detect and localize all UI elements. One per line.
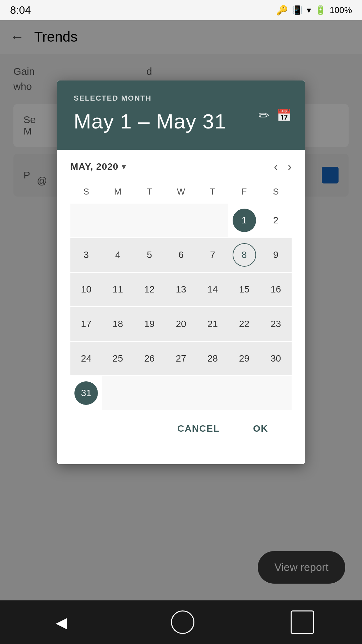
calendar-day-17[interactable]: 17 — [70, 307, 102, 341]
calendar-day-16[interactable]: 16 — [260, 273, 292, 306]
calendar-day-2[interactable]: 2 — [260, 204, 292, 237]
calendar-cell-empty — [102, 376, 133, 410]
day-header-thu: T — [197, 183, 228, 200]
day-header-tue: T — [134, 183, 165, 200]
calendar-day-28[interactable]: 28 — [197, 342, 228, 375]
battery-percent: 100% — [330, 5, 352, 15]
calendar-cell-empty — [228, 376, 260, 410]
cancel-button[interactable]: CANCEL — [167, 417, 230, 441]
dialog-header: SELECTED MONTH May 1 – May 31 ✏ 📅 — [57, 80, 305, 150]
calendar-cell-empty — [197, 376, 228, 410]
calendar-day-26[interactable]: 26 — [134, 342, 165, 375]
calendar-grid: 1 2 3 4 5 6 7 8 9 1 — [70, 204, 292, 410]
calendar-cell-empty — [134, 204, 165, 237]
calendar-day-12[interactable]: 12 — [134, 273, 165, 306]
calendar-icon[interactable]: 📅 — [277, 108, 292, 122]
calendar-row-5: 24 25 26 27 28 29 30 — [70, 342, 292, 376]
calendar-day-30[interactable]: 30 — [260, 342, 292, 375]
prev-month-button[interactable]: ‹ — [274, 160, 278, 173]
calendar-day-13[interactable]: 13 — [165, 273, 197, 306]
day-header-fri: F — [228, 183, 260, 200]
calendar-day-24[interactable]: 24 — [70, 342, 102, 375]
calendar-nav: MAY, 2020 ▾ ‹ › — [70, 160, 292, 173]
calendar-day-22[interactable]: 22 — [228, 307, 260, 341]
calendar-month-label[interactable]: MAY, 2020 ▾ — [70, 161, 126, 172]
next-month-button[interactable]: › — [288, 160, 292, 173]
calendar-cell-empty — [165, 376, 197, 410]
calendar-row-6: 31 — [70, 376, 292, 410]
calendar-body: MAY, 2020 ▾ ‹ › S M T W T F S — [57, 150, 305, 464]
calendar-day-18[interactable]: 18 — [102, 307, 133, 341]
calendar-nav-arrows: ‹ › — [274, 160, 292, 173]
calendar-row-4: 17 18 19 20 21 22 23 — [70, 307, 292, 342]
calendar-cell-empty — [165, 204, 197, 237]
calendar-day-1[interactable]: 1 — [228, 204, 260, 237]
home-nav-button[interactable] — [171, 610, 194, 634]
calendar-row-3: 10 11 12 13 14 15 16 — [70, 273, 292, 307]
day-header-wed: W — [165, 183, 197, 200]
calendar-cell-empty — [197, 204, 228, 237]
calendar-day-11[interactable]: 11 — [102, 273, 133, 306]
calendar-cell-empty — [102, 204, 133, 237]
dialog-header-icons: ✏ 📅 — [258, 108, 292, 123]
day-header-mon: M — [102, 183, 133, 200]
calendar-cell-empty — [260, 376, 292, 410]
battery-icon: 🔋 — [315, 5, 326, 15]
status-bar: 8:04 🔑 📳 ▾ 🔋 100% — [0, 0, 362, 20]
wifi-icon: ▾ — [307, 5, 311, 15]
calendar-day-4[interactable]: 4 — [102, 238, 133, 272]
calendar-day-5[interactable]: 5 — [134, 238, 165, 272]
calendar-cell-empty — [70, 204, 102, 237]
key-icon: 🔑 — [276, 5, 288, 16]
app-background: ← Trends Gain d who Se M P@ SELECTED MO — [0, 20, 362, 644]
day-header-sun: S — [70, 183, 102, 200]
month-dropdown-arrow[interactable]: ▾ — [122, 162, 126, 171]
day-header-sat: S — [260, 183, 292, 200]
day-headers: S M T W T F S — [70, 183, 292, 200]
vibrate-icon: 📳 — [292, 5, 303, 15]
calendar-day-20[interactable]: 20 — [165, 307, 197, 341]
status-icons: 🔑 📳 ▾ 🔋 100% — [276, 5, 352, 16]
calendar-day-7[interactable]: 7 — [197, 238, 228, 272]
calendar-day-3[interactable]: 3 — [70, 238, 102, 272]
status-time: 8:04 — [10, 4, 31, 16]
calendar-day-19[interactable]: 19 — [134, 307, 165, 341]
date-picker-dialog: SELECTED MONTH May 1 – May 31 ✏ 📅 MAY, 2… — [57, 80, 305, 464]
edit-icon[interactable]: ✏ — [258, 108, 270, 123]
dialog-header-date: May 1 – May 31 — [74, 109, 288, 133]
calendar-day-29[interactable]: 29 — [228, 342, 260, 375]
recent-nav-button[interactable] — [291, 610, 314, 634]
calendar-day-10[interactable]: 10 — [70, 273, 102, 306]
dialog-header-label: SELECTED MONTH — [74, 94, 288, 103]
ok-button[interactable]: OK — [243, 417, 278, 441]
calendar-day-31[interactable]: 31 — [70, 376, 102, 410]
navigation-bar: ▶ — [0, 600, 362, 644]
back-nav-button[interactable]: ▶ — [48, 609, 75, 636]
calendar-day-15[interactable]: 15 — [228, 273, 260, 306]
dialog-actions: CANCEL OK — [70, 410, 292, 454]
calendar-row-1: 1 2 — [70, 204, 292, 238]
calendar-day-21[interactable]: 21 — [197, 307, 228, 341]
calendar-day-14[interactable]: 14 — [197, 273, 228, 306]
calendar-day-9[interactable]: 9 — [260, 238, 292, 272]
calendar-row-2: 3 4 5 6 7 8 9 — [70, 238, 292, 273]
calendar-day-25[interactable]: 25 — [102, 342, 133, 375]
calendar-day-8[interactable]: 8 — [228, 238, 260, 272]
calendar-cell-empty — [134, 376, 165, 410]
calendar-day-23[interactable]: 23 — [260, 307, 292, 341]
calendar-day-6[interactable]: 6 — [165, 238, 197, 272]
calendar-day-27[interactable]: 27 — [165, 342, 197, 375]
